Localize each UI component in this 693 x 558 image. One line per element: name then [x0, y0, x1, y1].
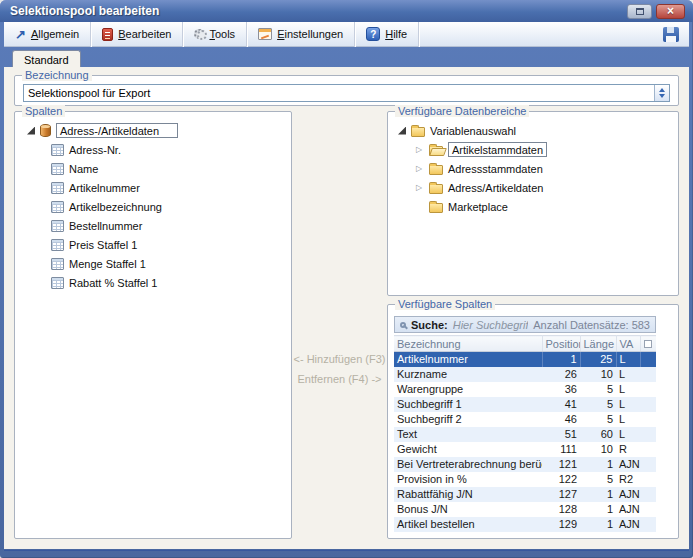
cell-bezeichnung: Artikelnummer	[394, 352, 542, 367]
column-header-bezeichnung[interactable]: Bezeichnung	[394, 336, 542, 352]
tree-node-label: Artikelstammdaten	[448, 142, 547, 157]
search-input[interactable]: Hier Suchbegriff einge	[453, 319, 529, 331]
search-icon	[400, 322, 406, 328]
tree-node-bestellnummer[interactable]: Bestellnummer	[15, 216, 291, 235]
search-label: Suche:	[411, 319, 448, 331]
combo-spinner-button[interactable]	[654, 85, 669, 101]
table-icon	[51, 220, 64, 232]
table-row-rabattfähig-j-n[interactable]: Rabattfähig J/N1271AJN	[394, 487, 656, 502]
column-chooser-icon[interactable]	[644, 340, 652, 348]
expander-closed-icon[interactable]	[416, 184, 424, 192]
toolbar-item-allgemein[interactable]: Allgemein	[4, 22, 91, 47]
expander-closed-icon[interactable]	[416, 146, 424, 154]
cell-spacer	[640, 427, 656, 442]
cell-position: 129	[542, 517, 580, 532]
table-row-suchbegriff-2[interactable]: Suchbegriff 2465L	[394, 412, 656, 427]
tree-node-artikelstammdaten[interactable]: Artikelstammdaten	[388, 140, 678, 159]
cell-va: R2	[616, 472, 640, 487]
table-icon	[51, 163, 64, 175]
spinner-down-icon	[659, 94, 665, 98]
cell-va: R	[616, 442, 640, 457]
add-button[interactable]: <- Hinzufügen (F3)	[292, 349, 387, 369]
tree-node-adressstammdaten[interactable]: Adressstammdaten	[388, 159, 678, 178]
cell-spacer	[640, 382, 656, 397]
datenbereiche-tree: VariablenauswahlArtikelstammdatenAdresss…	[388, 112, 678, 216]
cell-laenge: 5	[580, 382, 616, 397]
table-row-provision-in[interactable]: Provision in %1225R2	[394, 472, 656, 487]
cell-spacer	[640, 397, 656, 412]
cell-position: 36	[542, 382, 580, 397]
cell-position: 41	[542, 397, 580, 412]
table-row-bonus-j-n[interactable]: Bonus J/N1281AJN	[394, 502, 656, 517]
cell-position: 121	[542, 457, 580, 472]
expander-open-icon[interactable]	[27, 127, 35, 135]
tree-node-variablenauswahl[interactable]: Variablenauswahl	[388, 121, 678, 140]
table-icon	[51, 201, 64, 213]
window-frame-accent	[4, 550, 689, 551]
folder-open-icon	[429, 146, 443, 156]
search-bar[interactable]: Suche: Hier Suchbegriff einge Anzahl Dat…	[394, 316, 656, 333]
cell-bezeichnung: Bonus J/N	[394, 502, 542, 517]
cell-spacer	[640, 367, 656, 382]
cell-spacer	[640, 472, 656, 487]
tab-standard[interactable]: Standard	[12, 50, 81, 68]
spalten-group-label: Spalten	[22, 105, 65, 117]
toolbar-item-einstellungen[interactable]: Einstellungen	[247, 22, 355, 47]
tree-node-name[interactable]: Name	[15, 159, 291, 178]
table-row-gewicht[interactable]: Gewicht11110R	[394, 442, 656, 457]
titlebar[interactable]: Selektionspool bearbeiten	[0, 0, 693, 22]
content-panel: Bezeichnung Selektionspool für Export Sp…	[4, 67, 689, 549]
table-row-kurzname[interactable]: Kurzname2610L	[394, 367, 656, 382]
tree-node-preis-staffel-1[interactable]: Preis Staffel 1	[15, 235, 291, 254]
tree-node-marketplace[interactable]: Marketplace	[388, 197, 678, 216]
cell-laenge: 5	[580, 472, 616, 487]
tree-node-menge-staffel-1[interactable]: Menge Staffel 1	[15, 254, 291, 273]
table-row-artikelnummer[interactable]: Artikelnummer125L	[394, 352, 656, 367]
close-button[interactable]	[656, 4, 685, 19]
toolbar-item-label: Tools	[209, 28, 235, 40]
spinner-up-icon	[659, 88, 665, 92]
table-header-row[interactable]: BezeichnungPositionLängeVA	[394, 336, 656, 352]
maximize-button[interactable]	[627, 4, 652, 19]
tree-node-rabatt-staffel-1[interactable]: Rabatt % Staffel 1	[15, 273, 291, 292]
toolbar-item-bearbeiten[interactable]: Bearbeiten	[91, 22, 183, 47]
tree-node-root[interactable]: Adress-/Artikeldaten	[15, 121, 291, 140]
table-row-artikel-bestellen[interactable]: Artikel bestellen1291AJN	[394, 517, 656, 532]
cell-spacer	[640, 487, 656, 502]
cell-spacer	[640, 502, 656, 517]
table-row-bei-vertreterabrechnung-berücksichtige[interactable]: Bei Vertreterabrechnung berücksichtige12…	[394, 457, 656, 472]
bezeichnung-value: Selektionspool für Export	[24, 87, 654, 99]
folder-icon	[429, 165, 443, 175]
cell-bezeichnung: Bei Vertreterabrechnung berücksichtige	[394, 457, 542, 472]
tree-node-adress-nr[interactable]: Adress-Nr.	[15, 140, 291, 159]
maximize-icon	[636, 8, 644, 15]
column-header-va[interactable]: VA	[616, 336, 640, 352]
tree-node-artikelbezeichnung[interactable]: Artikelbezeichnung	[15, 197, 291, 216]
save-icon[interactable]	[663, 27, 679, 42]
tree-node-label: Preis Staffel 1	[69, 239, 137, 251]
toolbar-item-tools[interactable]: Tools	[183, 22, 247, 47]
tree-node-artikelnummer[interactable]: Artikelnummer	[15, 178, 291, 197]
tree-node-label: Adressstammdaten	[448, 163, 543, 175]
tree-node-label-edit[interactable]: Adress-/Artikeldaten	[56, 123, 178, 138]
edit-notebook-icon	[102, 28, 113, 41]
table-icon	[51, 144, 64, 156]
column-chooser-header[interactable]	[640, 336, 656, 352]
column-header-position[interactable]: Position	[542, 336, 580, 352]
cell-spacer	[640, 517, 656, 532]
remove-button[interactable]: Entfernen (F4) ->	[292, 369, 387, 389]
column-header-länge[interactable]: Länge	[580, 336, 616, 352]
expander-closed-icon[interactable]	[416, 165, 424, 173]
table-row-warengruppe[interactable]: Warengruppe365L	[394, 382, 656, 397]
expander-open-icon[interactable]	[398, 127, 406, 135]
table-icon	[51, 239, 64, 251]
cell-va: L	[616, 412, 640, 427]
table-row-text[interactable]: Text5160L	[394, 427, 656, 442]
bezeichnung-combobox[interactable]: Selektionspool für Export	[23, 84, 670, 102]
spalten-tree: Adress-/ArtikeldatenAdress-Nr.NameArtike…	[15, 112, 291, 292]
tree-node-adress-artikeldaten[interactable]: Adress/Artikeldaten	[388, 178, 678, 197]
tree-node-label: Adress/Artikeldaten	[448, 182, 543, 194]
toolbar-item-hilfe[interactable]: Hilfe	[355, 22, 419, 47]
table-row-suchbegriff-1[interactable]: Suchbegriff 1415L	[394, 397, 656, 412]
cell-bezeichnung: Suchbegriff 2	[394, 412, 542, 427]
